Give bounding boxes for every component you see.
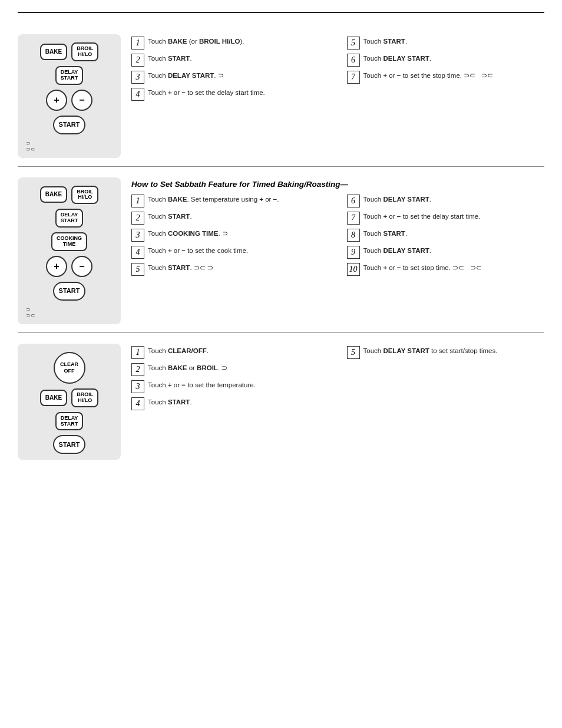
step-3-3: 3 Touch + or − to set the temperature. [131,380,329,393]
steps-content-1: 1 Touch BAKE (or BROIL HI/LO). 2 Touch S… [131,34,544,105]
step-1-2: 2 Touch START. [131,54,329,67]
bake-key-2[interactable]: BAKE [40,186,67,203]
plus-key[interactable]: + [46,90,67,111]
start-key-3[interactable]: START [53,435,85,454]
minus-key-2[interactable]: − [71,256,92,277]
step-2-10: 10 Touch + or − to set stop time. ⊃⊂ ⊃⊂ [347,263,545,276]
step-3-5: 5 Touch DELAY START to set start/stop ti… [347,346,545,359]
step-1-1: 1 Touch BAKE (or BROIL HI/LO). [131,37,329,50]
step-2-3: 3 Touch COOKING TIME. ⊃ [131,229,329,242]
step-3-1: 1 Touch CLEAR/OFF. [131,346,329,359]
step-2-9: 9 Touch DELAY START. [347,246,545,259]
section-2: BAKE BROILHI/LO DELAYSTART COOKINGTIME +… [18,167,544,333]
step-1-6: 6 Touch DELAY START. [347,54,545,67]
delay-start-key[interactable]: DELAYSTART [55,66,84,85]
keypad-panel-1: BAKE BROILHI/LO DELAYSTART + − START ⊃⊃⊂ [18,34,121,158]
section-1: BAKE BROILHI/LO DELAYSTART + − START ⊃⊃⊂… [18,24,544,167]
step-2-8: 8 Touch START. [347,229,545,242]
step-2-6: 6 Touch DELAY START. [347,195,545,207]
keypad-panel-2: BAKE BROILHI/LO DELAYSTART COOKINGTIME +… [18,177,121,324]
plus-key-2[interactable]: + [46,256,67,277]
step-2-2: 2 Touch START. [131,212,329,225]
step-1-5: 5 Touch START. [347,37,545,50]
step-2-1: 1 Touch BAKE. Set temperature using + or… [131,195,329,207]
top-rule [18,12,544,13]
clear-off-key[interactable]: CLEAROFF [54,352,85,384]
step-1-4: 4 Touch + or − to set the delay start ti… [131,88,329,101]
panel-note-2: ⊃⊃⊂ [26,307,113,318]
minus-key[interactable]: − [71,90,92,111]
step-2-4: 4 Touch + or − to set the cook time. [131,246,329,259]
bake-key-3[interactable]: BAKE [40,390,67,406]
step-1-7: 7 Touch + or − to set the stop time. ⊃⊂ … [347,71,545,84]
keypad-panel-3: CLEAROFF BAKE BROILHI/LO DELAYSTART STAR… [18,344,121,460]
step-1-3: 3 Touch DELAY START. ⊃ [131,71,329,84]
bake-key[interactable]: BAKE [40,44,67,60]
step-2-5: 5 Touch START. ⊃⊂ ⊃ [131,263,329,276]
panel-note-1: ⊃⊃⊂ [26,140,113,152]
delay-start-key-3[interactable]: DELAYSTART [55,412,84,431]
step-3-4: 4 Touch START. [131,397,329,410]
delay-start-key-2[interactable]: DELAYSTART [55,209,84,228]
steps-content-3: 1 Touch CLEAR/OFF. 2 Touch BAKE or BROIL… [131,344,544,414]
steps-content-2: How to Set Sabbath Feature for Timed Bak… [131,177,544,280]
broil-key[interactable]: BROILHI/LO [71,42,98,61]
step-3-2: 2 Touch BAKE or BROIL. ⊃ [131,363,329,376]
step-2-7: 7 Touch + or − to set the delay start ti… [347,212,545,225]
broil-key-2[interactable]: BROILHI/LO [71,186,98,205]
broil-key-3[interactable]: BROILHI/LO [71,388,98,407]
cooking-time-key[interactable]: COOKINGTIME [51,232,87,251]
section-2-title: How to Set Sabbath Feature for Timed Bak… [131,180,544,189]
section-3: CLEAROFF BAKE BROILHI/LO DELAYSTART STAR… [18,333,544,469]
start-key[interactable]: START [53,116,85,134]
start-key-2[interactable]: START [53,282,85,301]
